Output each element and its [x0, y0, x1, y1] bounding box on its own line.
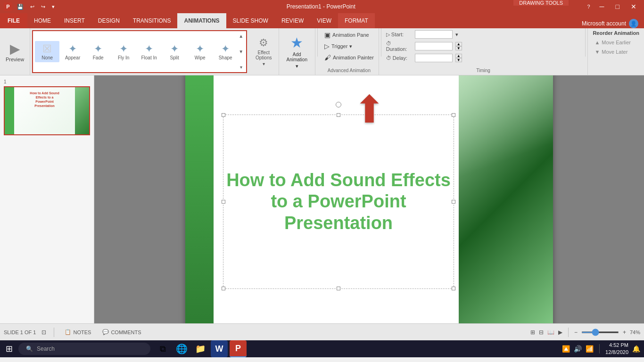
animation-list-group: ☒ None ✦ Appear ✦ Fade ✦ Fly In ✦ Float … — [32, 30, 247, 73]
zoom-slider[interactable] — [581, 331, 619, 333]
app-icon: P — [4, 2, 12, 11]
add-animation-button[interactable]: ★ AddAnimation ▾ — [283, 33, 311, 71]
timing-delay-down[interactable]: ▼ — [455, 58, 462, 62]
anim-fade[interactable]: ✦ Fade — [86, 41, 110, 62]
slide-canvas[interactable]: ⬆ How to Add Sound Effects to a PowerPoi… — [185, 75, 553, 323]
minimize-button[interactable]: ─ — [596, 2, 608, 11]
slideshow-button[interactable]: ▶ — [558, 329, 562, 336]
anim-flyin[interactable]: ✦ Fly In — [111, 41, 136, 62]
timing-delay-row: ⏱ Delay: ▲ ▼ — [386, 54, 581, 62]
customize-qat-button[interactable]: ▾ — [50, 3, 57, 11]
tab-format[interactable]: FORMAT — [338, 13, 375, 28]
tab-view[interactable]: VIEW — [310, 13, 338, 28]
comments-button[interactable]: 💬 COMMENTS — [99, 329, 144, 335]
handle-bottom-left[interactable] — [222, 287, 225, 290]
tab-insert[interactable]: INSERT — [58, 13, 91, 28]
move-earlier-label: Move Earlier — [602, 40, 631, 45]
animation-painter-button[interactable]: 🖌 Animation Painter — [322, 53, 376, 62]
preview-button[interactable]: ▶ Preview — [4, 39, 26, 64]
anim-floatin[interactable]: ✦ Float In — [137, 41, 161, 62]
ribbon-group-effect: ⚙ EffectOptions ▾ — [249, 28, 279, 75]
volume-icon[interactable]: 🔊 — [574, 345, 582, 353]
notes-button[interactable]: 📋 NOTES — [62, 329, 94, 335]
rotate-handle[interactable] — [336, 102, 341, 107]
timing-start-label: ▷ Start: — [386, 32, 412, 38]
move-later-label: Move Later — [602, 49, 627, 55]
save-button[interactable]: 💾 — [15, 3, 25, 11]
anim-scroll-down[interactable]: ▼ — [239, 49, 243, 54]
move-earlier-button[interactable]: ▲ Move Earlier — [593, 39, 639, 46]
animation-pane-icon: ▣ — [324, 31, 330, 39]
anim-scroll-up[interactable]: ▲ — [239, 34, 243, 39]
tab-file[interactable]: FILE — [0, 13, 27, 28]
fit-slide-button[interactable]: ⊡ — [41, 329, 46, 336]
timing-duration-down[interactable]: ▼ — [455, 46, 462, 50]
zoom-out-button[interactable]: − — [574, 329, 578, 336]
timing-start-arrow[interactable]: ▾ — [455, 32, 458, 38]
redo-button[interactable]: ↪ — [39, 3, 47, 11]
zoom-in-button[interactable]: + — [623, 329, 626, 336]
trigger-button[interactable]: ▷ Trigger ▾ — [322, 41, 376, 51]
tab-review[interactable]: REVIEW — [275, 13, 310, 28]
anim-fade-icon: ✦ — [94, 43, 102, 55]
notification-icon[interactable]: 🔔 — [632, 345, 640, 353]
start-button[interactable]: ⊞ — [0, 340, 18, 357]
anim-scroll-more[interactable]: ▾ — [239, 65, 243, 70]
anim-wipe-icon: ✦ — [196, 43, 204, 55]
animation-pane-button[interactable]: ▣ Animation Pane — [322, 30, 376, 40]
anim-shape[interactable]: ✦ Shape — [213, 41, 238, 62]
timing-delay-label: ⏱ Delay: — [386, 55, 412, 61]
handle-bottom-center[interactable] — [337, 287, 340, 290]
handle-top-left[interactable] — [222, 113, 225, 117]
help-button[interactable]: ? — [585, 3, 592, 10]
tab-home[interactable]: HOME — [27, 13, 58, 28]
preview-icon: ▶ — [10, 41, 20, 57]
handle-middle-right[interactable] — [452, 200, 455, 204]
preview-label: Preview — [6, 57, 24, 62]
timing-duration-input[interactable] — [415, 42, 453, 50]
network-icon[interactable]: 📶 — [586, 345, 594, 353]
handle-bottom-right[interactable] — [452, 287, 455, 290]
tray-arrow[interactable]: 🔼 — [562, 345, 570, 353]
move-later-button[interactable]: ▼ Move Later — [593, 48, 639, 56]
anim-appear[interactable]: ✦ Appear — [60, 41, 85, 62]
separator-3 — [585, 28, 586, 57]
handle-top-right[interactable] — [452, 113, 455, 117]
effect-options-button[interactable]: ⚙ EffectOptions ▾ — [253, 35, 274, 68]
undo-button[interactable]: ↩ — [28, 3, 36, 11]
timing-start-input[interactable] — [415, 30, 453, 39]
reading-view-button[interactable]: 📖 — [547, 329, 554, 336]
restore-button[interactable]: □ — [612, 2, 623, 11]
slidesorter-button[interactable]: ⊟ — [539, 329, 544, 336]
slide-title-box[interactable]: How to Add Sound Effects to a PowerPoint… — [223, 115, 454, 289]
tab-design[interactable]: DESIGN — [91, 13, 126, 28]
normal-view-button[interactable]: ⊞ — [530, 329, 535, 336]
powerpoint-button[interactable]: P — [230, 340, 247, 357]
slide-thumbnail[interactable]: How to Add SoundEffects to aPowerPointPr… — [4, 86, 90, 135]
timing-delay-up[interactable]: ▲ — [455, 54, 462, 58]
taskbar-clock[interactable]: 4:52 PM 12/8/2020 — [605, 342, 628, 356]
handle-top-center[interactable] — [337, 113, 340, 117]
anim-split[interactable]: ✦ Split — [162, 41, 187, 62]
word-button[interactable]: W — [211, 340, 228, 357]
tab-slideshow[interactable]: SLIDE SHOW — [226, 13, 275, 28]
tab-transitions[interactable]: TRANSITIONS — [126, 13, 178, 28]
close-button[interactable]: ✕ — [627, 2, 640, 11]
comments-icon: 💬 — [102, 329, 109, 335]
timing-delay-input[interactable] — [415, 54, 453, 62]
timing-duration-up[interactable]: ▲ — [455, 42, 462, 46]
handle-middle-left[interactable] — [222, 200, 225, 204]
anim-wipe[interactable]: ✦ Wipe — [188, 41, 212, 62]
taskbar: ⊞ 🔍 Search ⧉ 🌐 📁 W P 🔼 🔊 📶 4:52 PM 12/8/… — [0, 340, 644, 357]
timing-start-row: ▷ Start: ▾ — [386, 30, 581, 39]
explorer-button[interactable]: 📁 — [192, 340, 209, 357]
taskbar-search[interactable]: 🔍 Search — [18, 343, 150, 355]
anim-none[interactable]: ☒ None — [35, 41, 59, 62]
anim-flyin-label: Fly In — [118, 55, 129, 60]
window-title: Presentation1 - PowerPoint — [57, 3, 585, 10]
tab-animations[interactable]: ANIMATIONS — [177, 13, 226, 28]
account-area[interactable]: Microsoft account 👤 — [576, 19, 644, 28]
edge-button[interactable]: 🌐 — [173, 340, 190, 357]
taskview-button[interactable]: ⧉ — [154, 340, 171, 357]
add-animation-icon: ★ — [290, 34, 303, 51]
